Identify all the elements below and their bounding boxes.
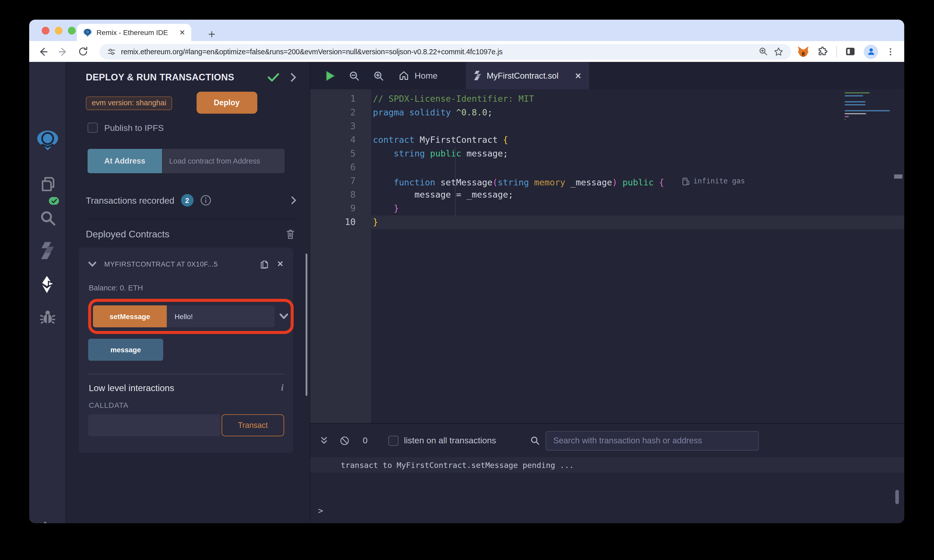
extensions-icon[interactable] <box>817 46 829 57</box>
tab-myfirstcontract[interactable]: MyFirstContract.sol ✕ <box>466 62 589 89</box>
code-line[interactable] <box>371 161 904 174</box>
back-icon[interactable] <box>37 46 49 58</box>
forward-icon[interactable] <box>57 46 69 58</box>
code-line[interactable]: message = _message; <box>371 188 904 202</box>
clear-console-icon[interactable] <box>340 435 350 446</box>
line-number: 8 <box>310 188 371 202</box>
deploy-and-run-icon[interactable] <box>29 274 65 295</box>
set-message-input[interactable] <box>167 305 274 328</box>
contract-card-header[interactable]: MYFIRSTCONTRACT AT 0X10F...5 ✕ <box>86 258 285 270</box>
new-tab-button[interactable] <box>204 26 219 42</box>
trash-icon[interactable] <box>285 229 296 240</box>
code-line[interactable]: } <box>371 215 904 229</box>
info-icon[interactable] <box>200 195 211 206</box>
code-token: { <box>659 178 664 188</box>
message-getter-button[interactable]: message <box>88 338 163 361</box>
at-address-button[interactable]: At Address <box>88 149 162 173</box>
code-token: public <box>623 178 659 188</box>
line-number: 2 <box>310 106 371 120</box>
code-line[interactable]: string public message; <box>371 147 904 161</box>
at-address-row: At Address <box>88 149 285 173</box>
code-line[interactable]: pragma solidity ^0.8.0; <box>371 106 904 120</box>
zoom-out-icon[interactable] <box>348 70 360 82</box>
expand-args-icon[interactable] <box>279 313 288 320</box>
code-line[interactable]: contract MyFirstContract { <box>371 134 904 147</box>
terminal-scrollbar[interactable] <box>895 490 899 504</box>
plugin-manager-icon[interactable] <box>29 520 65 523</box>
solidity-compiler-icon[interactable] <box>29 240 65 261</box>
code-line[interactable]: } <box>371 202 904 215</box>
terminal-panel: 0 listen on all transactions transact to… <box>310 423 904 523</box>
tab-close-icon[interactable]: ✕ <box>179 29 185 36</box>
reload-icon[interactable] <box>77 46 89 57</box>
tab-title: Remix - Ethereum IDE <box>96 28 175 37</box>
code-line[interactable]: // SPDX-License-Identifier: MIT <box>371 92 904 106</box>
terminal-log-row[interactable]: transact to MyFirstContract.setMessage p… <box>310 457 904 472</box>
code-token: MyFirstContract <box>420 135 503 145</box>
copy-address-icon[interactable] <box>259 258 269 270</box>
terminal-log[interactable]: transact to MyFirstContract.setMessage p… <box>310 457 904 523</box>
browser-toolbar: remix.ethereum.org/#lang=en&optimize=fal… <box>29 41 904 62</box>
panel-scrollbar[interactable] <box>305 254 307 396</box>
side-panel-icon[interactable] <box>845 46 856 57</box>
close-window-button[interactable] <box>42 27 49 35</box>
profile-avatar[interactable] <box>864 45 878 58</box>
panel-collapse-icon[interactable] <box>290 72 297 82</box>
debugger-icon[interactable] <box>29 308 65 326</box>
code-token <box>373 204 394 213</box>
code-token: ^0.8.0 <box>456 108 487 117</box>
code-editor[interactable]: 12345678910 // SPDX-License-Identifier: … <box>310 89 904 423</box>
browser-tab[interactable]: Remix - Ethereum IDE ✕ <box>77 24 191 41</box>
contract-collapse-icon[interactable] <box>88 261 96 267</box>
minimap-line <box>845 92 869 94</box>
expand-terminal-icon[interactable] <box>319 436 329 445</box>
url-text[interactable]: remix.ethereum.org/#lang=en&optimize=fal… <box>121 48 753 56</box>
compile-success-badge <box>49 197 59 205</box>
editor-minimap[interactable] <box>845 92 890 122</box>
minimap-line <box>845 104 865 106</box>
transactions-recorded-row[interactable]: Transactions recorded 2 <box>86 194 297 219</box>
solidity-file-icon <box>473 70 481 81</box>
code-token: } <box>373 217 378 227</box>
low-level-info-icon[interactable]: i <box>281 383 284 393</box>
zoom-in-icon[interactable] <box>373 70 384 82</box>
listen-transactions-checkbox[interactable] <box>388 435 398 446</box>
tab-home[interactable]: Home <box>398 70 438 81</box>
set-message-button[interactable]: setMessage <box>93 305 167 328</box>
deploy-run-panel: DEPLOY & RUN TRANSACTIONS evm version: s… <box>66 62 310 523</box>
success-check-icon <box>268 72 279 82</box>
address-bar[interactable]: remix.ethereum.org/#lang=en&optimize=fal… <box>100 44 791 59</box>
terminal-search-icon <box>529 435 540 446</box>
line-number: 5 <box>310 147 371 161</box>
calldata-input[interactable] <box>88 414 220 436</box>
calldata-row: Transact <box>88 414 285 436</box>
bookmark-star-icon[interactable] <box>773 46 784 57</box>
terminal-search-input[interactable] <box>546 431 758 450</box>
remix-logo-icon[interactable] <box>29 129 65 152</box>
publish-row: Publish to IPFS <box>88 123 310 133</box>
maximize-window-button[interactable] <box>68 27 76 35</box>
run-script-icon[interactable] <box>325 70 335 82</box>
minimize-window-button[interactable] <box>55 27 63 35</box>
transact-button[interactable]: Transact <box>222 414 284 436</box>
close-file-tab-icon[interactable]: ✕ <box>575 71 581 80</box>
code-content[interactable]: // SPDX-License-Identifier: MITpragma so… <box>371 89 904 423</box>
code-token: ; <box>487 108 492 117</box>
publish-to-ipfs-checkbox[interactable] <box>88 123 98 133</box>
browser-menu-icon[interactable] <box>886 47 895 56</box>
load-contract-address-input[interactable] <box>162 149 285 173</box>
deployed-contracts-header: Deployed Contracts <box>86 229 296 240</box>
transactions-expand-icon[interactable] <box>291 196 296 205</box>
code-line[interactable] <box>371 120 904 134</box>
metamask-icon[interactable] <box>797 45 809 58</box>
card-divider <box>88 374 284 374</box>
code-line[interactable]: function setMessage(string memory _messa… <box>371 174 904 188</box>
remove-contract-icon[interactable]: ✕ <box>277 260 284 268</box>
code-token: string <box>498 178 534 188</box>
zoom-page-icon[interactable] <box>758 46 769 57</box>
search-icon[interactable] <box>29 209 65 227</box>
file-explorer-icon[interactable] <box>29 174 65 195</box>
home-tab-label: Home <box>415 71 438 80</box>
deploy-button[interactable]: Deploy <box>196 92 257 114</box>
site-settings-icon[interactable] <box>106 47 116 56</box>
